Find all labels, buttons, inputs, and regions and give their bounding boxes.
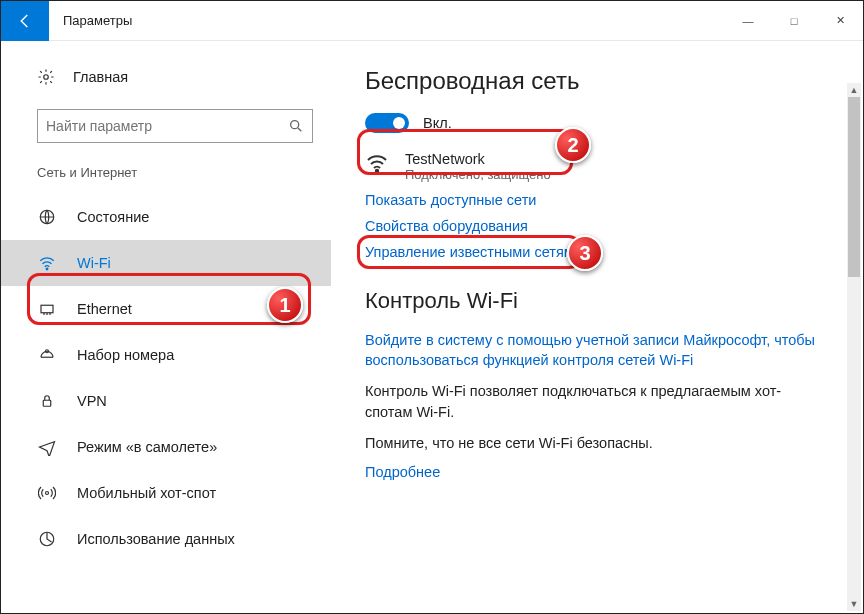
search-box[interactable]	[37, 109, 313, 143]
sidebar-item-dialup[interactable]: Набор номера	[1, 332, 331, 378]
svg-rect-4	[41, 305, 53, 313]
sidebar-item-label: Использование данных	[77, 531, 235, 547]
sidebar-item-label: Ethernet	[77, 301, 132, 317]
network-status: Подключено, защищено	[405, 167, 551, 182]
wifi-toggle-label: Вкл.	[423, 115, 452, 131]
dialup-icon	[37, 345, 57, 365]
heading-wifi-control: Контроль Wi-Fi	[365, 288, 833, 314]
svg-point-1	[291, 121, 299, 129]
category-label: Сеть и Интернет	[1, 159, 331, 194]
svg-point-9	[376, 170, 378, 172]
sidebar-item-wifi[interactable]: Wi-Fi	[1, 240, 331, 286]
airplane-icon	[37, 437, 57, 457]
link-learn-more[interactable]: Подробнее	[365, 464, 833, 480]
link-show-networks[interactable]: Показать доступные сети	[365, 192, 833, 208]
vpn-icon	[37, 391, 57, 411]
wifi-toggle-row: Вкл.	[365, 113, 833, 133]
search-icon	[288, 118, 304, 134]
settings-window: Параметры — □ ✕ Главная Сеть и И	[0, 0, 864, 614]
globe-icon	[37, 207, 57, 227]
network-info: TestNetwork Подключено, защищено	[405, 151, 551, 182]
heading-wireless: Беспроводная сеть	[365, 67, 833, 95]
scrollbar[interactable]: ▲ ▼	[847, 83, 861, 611]
arrow-left-icon	[16, 12, 34, 30]
sidebar-home[interactable]: Главная	[1, 55, 331, 99]
link-known-networks[interactable]: Управление известными сетями	[365, 244, 833, 260]
sidebar-home-label: Главная	[73, 69, 128, 85]
data-usage-icon	[37, 529, 57, 549]
sidebar-item-vpn[interactable]: VPN	[1, 378, 331, 424]
window-title: Параметры	[63, 13, 132, 28]
content-panel: Беспроводная сеть Вкл. TestNetwork Подкл…	[331, 41, 863, 613]
link-signin-ms[interactable]: Войдите в систему с помощью учетной запи…	[365, 330, 825, 371]
svg-rect-6	[43, 400, 51, 406]
scroll-down-icon[interactable]: ▼	[847, 597, 861, 611]
titlebar: Параметры — □ ✕	[1, 1, 863, 41]
wifi-control-desc: Контроль Wi-Fi позволяет подключаться к …	[365, 381, 825, 423]
maximize-button[interactable]: □	[771, 1, 817, 41]
sidebar-item-label: VPN	[77, 393, 107, 409]
link-hardware-props[interactable]: Свойства оборудования	[365, 218, 833, 234]
toggle-knob	[393, 117, 405, 129]
sidebar-item-label: Состояние	[77, 209, 149, 225]
minimize-button[interactable]: —	[725, 1, 771, 41]
wifi-control-warn: Помните, что не все сети Wi-Fi безопасны…	[365, 433, 825, 454]
connected-network[interactable]: TestNetwork Подключено, защищено	[365, 151, 833, 182]
wifi-toggle[interactable]	[365, 113, 409, 133]
svg-point-0	[44, 75, 49, 80]
sidebar-item-label: Набор номера	[77, 347, 174, 363]
sidebar-item-datausage[interactable]: Использование данных	[1, 516, 331, 562]
hotspot-icon	[37, 483, 57, 503]
close-button[interactable]: ✕	[817, 1, 863, 41]
sidebar-item-label: Wi-Fi	[77, 255, 111, 271]
gear-icon	[37, 68, 55, 86]
sidebar-item-ethernet[interactable]: Ethernet	[1, 286, 331, 332]
sidebar-item-label: Режим «в самолете»	[77, 439, 217, 455]
sidebar-item-status[interactable]: Состояние	[1, 194, 331, 240]
search-input[interactable]	[46, 118, 288, 134]
sidebar-item-hotspot[interactable]: Мобильный хот-спот	[1, 470, 331, 516]
back-button[interactable]	[1, 1, 49, 41]
svg-point-3	[46, 268, 48, 270]
svg-point-7	[46, 492, 49, 495]
window-controls: — □ ✕	[725, 1, 863, 41]
scroll-up-icon[interactable]: ▲	[847, 83, 861, 97]
body: Главная Сеть и Интернет Состояние Wi	[1, 41, 863, 613]
sidebar-item-airplane[interactable]: Режим «в самолете»	[1, 424, 331, 470]
sidebar-item-label: Мобильный хот-спот	[77, 485, 216, 501]
ethernet-icon	[37, 299, 57, 319]
network-name: TestNetwork	[405, 151, 551, 167]
wifi-icon	[37, 253, 57, 273]
wifi-signal-icon	[365, 151, 389, 175]
sidebar: Главная Сеть и Интернет Состояние Wi	[1, 41, 331, 613]
scrollbar-thumb[interactable]	[848, 97, 860, 277]
